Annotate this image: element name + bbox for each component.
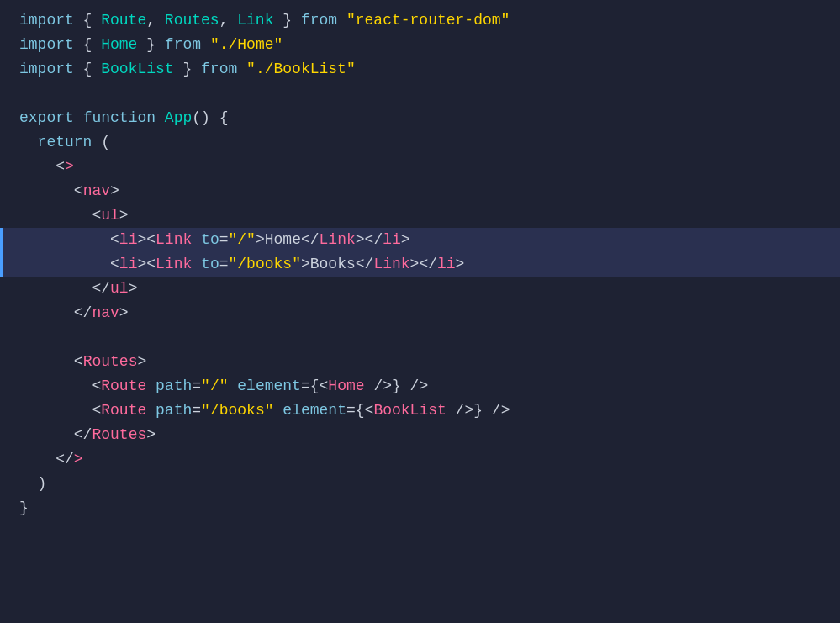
tag-bracket-token: <: [110, 231, 119, 248]
tag-bracket-token: =: [301, 377, 310, 394]
tag-bracket-token: </: [356, 256, 374, 272]
code-line: import { Home } from "./Home": [0, 33, 840, 57]
brace-token: ,: [146, 12, 165, 29]
code-line: <Route path="/books" element={<BookList …: [0, 399, 840, 423]
code-line: <Routes>: [0, 350, 840, 374]
text-content-token: [19, 451, 55, 467]
identifier-token: BookList: [101, 61, 173, 77]
code-line: [0, 325, 840, 350]
text-content-token: [19, 182, 74, 199]
text-content-token: [19, 280, 92, 297]
tag-bracket-token: >: [137, 353, 146, 370]
code-line: }: [0, 496, 840, 520]
brace-token: ,: [219, 12, 238, 29]
string-token: "/books": [229, 256, 301, 272]
tag-name-token: li: [383, 231, 401, 248]
line-content: }: [3, 496, 823, 520]
text-content-token: [446, 402, 456, 419]
attr-name-token: to: [201, 231, 219, 248]
text-content-token: [19, 377, 92, 394]
tag-name-token: ul: [101, 207, 119, 224]
tag-bracket-token: </: [74, 304, 92, 321]
tag-bracket-token: =: [192, 402, 201, 419]
kw-import-token: import: [19, 61, 74, 77]
text-content-token: [19, 158, 55, 175]
tag-bracket-token: </: [92, 280, 110, 297]
code-line: </nav>: [0, 301, 840, 325]
line-content: </Routes>: [3, 423, 823, 447]
code-line: return (: [0, 130, 840, 155]
code-line: <li><Link to="/books">Books</Link></li>: [0, 252, 840, 277]
line-content: import { BookList } from "./BookList": [3, 57, 823, 82]
tag-name-token: li: [437, 256, 456, 272]
brace-token: {: [74, 61, 101, 77]
tag-name-token: Home: [328, 377, 364, 394]
tag-bracket-token: =: [192, 377, 201, 394]
line-content: <ul>: [3, 203, 823, 228]
text-content-token: [365, 377, 374, 394]
string-token: "./BookList": [246, 61, 356, 77]
tag-name-token: Link: [320, 231, 356, 248]
line-content: </ul>: [3, 277, 823, 301]
brace-token: }: [19, 499, 29, 516]
text-content-token: [19, 134, 38, 150]
tag-name-token: ul: [110, 280, 129, 297]
code-line: </>: [0, 447, 840, 472]
code-line: <nav>: [0, 179, 840, 203]
tag-bracket-token: <: [92, 207, 101, 224]
brace-token: {: [74, 36, 101, 53]
tag-bracket-token: >: [256, 231, 265, 248]
identifier-token: Home: [101, 36, 137, 53]
tag-bracket-token: >: [146, 426, 156, 443]
text-content-token: [19, 207, 92, 224]
tag-bracket-token: ><: [137, 231, 156, 248]
tag-bracket-token: />}: [373, 377, 400, 394]
code-line: </Routes>: [0, 423, 840, 447]
code-line: import { Route, Routes, Link } from "rea…: [0, 8, 840, 33]
tag-bracket-token: >: [119, 304, 129, 321]
text-content-token: [483, 402, 492, 419]
text-content-token: [19, 231, 110, 248]
string-token: "/": [201, 377, 228, 394]
tag-bracket-token: />}: [456, 402, 483, 419]
tag-bracket-token: >: [456, 256, 465, 272]
code-line: export function App() {: [0, 106, 840, 130]
kw-import-token: import: [19, 36, 74, 53]
text-content-token: [229, 377, 238, 394]
tag-bracket-token: >: [401, 231, 410, 248]
tag-name-token: >: [65, 158, 74, 175]
tag-bracket-token: </: [74, 426, 92, 443]
code-line: <ul>: [0, 203, 840, 228]
tag-bracket-token: >: [110, 182, 119, 199]
tag-name-token: nav: [83, 182, 110, 199]
tag-bracket-token: =: [219, 256, 229, 272]
text-content-token: Books: [310, 256, 356, 272]
line-content: <Routes>: [3, 350, 823, 374]
paren-token: (): [192, 109, 210, 126]
kw-from-token: from: [165, 36, 201, 53]
string-token: "./Home": [210, 36, 283, 53]
line-content: ): [3, 472, 823, 496]
line-content: <Route path="/" element={<Home />} />: [3, 374, 823, 399]
text-content-token: [19, 426, 74, 443]
code-line: <>: [0, 155, 840, 179]
tag-bracket-token: />: [492, 402, 510, 419]
line-content: <li><Link to="/">Home</Link></li>: [3, 228, 823, 252]
text-content-token: [274, 402, 283, 419]
tag-bracket-token: =: [219, 231, 229, 248]
paren-token: ): [38, 475, 47, 492]
code-line: import { BookList } from "./BookList": [0, 57, 840, 82]
tag-bracket-token: </: [55, 451, 74, 467]
tag-name-token: BookList: [373, 402, 446, 419]
tag-bracket-token: <: [92, 402, 101, 419]
brace-token: {<: [310, 377, 329, 394]
tag-bracket-token: <: [92, 377, 101, 394]
tag-name-token: li: [119, 256, 138, 272]
identifier-token: Route: [101, 12, 146, 29]
tag-name-token: Link: [156, 231, 192, 248]
code-line: </ul>: [0, 277, 840, 301]
line-content: return (: [3, 130, 823, 155]
tag-bracket-token: ></: [410, 256, 437, 272]
code-line: <Route path="/" element={<Home />} />: [0, 374, 840, 399]
text-content-token: [19, 304, 74, 321]
